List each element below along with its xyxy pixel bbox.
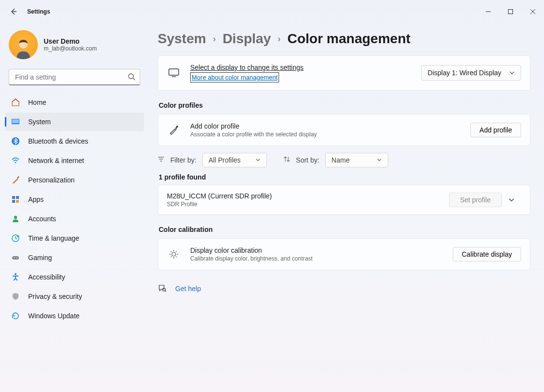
minimize-button[interactable] bbox=[477, 2, 499, 21]
profile-name: M28U_ICCM (Current SDR profile) bbox=[167, 192, 449, 200]
user-block[interactable]: User Demo m_lab@outlook.com bbox=[5, 27, 144, 67]
nav-update[interactable]: Windows Update bbox=[5, 307, 144, 325]
section-color-profiles: Color profiles bbox=[159, 101, 530, 109]
chevron-down-icon bbox=[255, 157, 261, 163]
brush-icon bbox=[11, 175, 20, 185]
clock-icon bbox=[11, 233, 20, 243]
add-profile-button[interactable]: Add profile bbox=[470, 123, 521, 137]
display-select-title: Select a display to change its settings bbox=[190, 64, 412, 71]
nav: Home System Bluetooth & devices Network … bbox=[5, 93, 144, 325]
svg-rect-14 bbox=[12, 256, 19, 260]
svg-rect-7 bbox=[12, 196, 15, 199]
svg-point-11 bbox=[14, 216, 17, 219]
profile-count: 1 profile found bbox=[159, 173, 530, 181]
filter-label: Filter by: bbox=[170, 156, 197, 164]
monitor-icon bbox=[167, 67, 181, 78]
nav-system[interactable]: System bbox=[5, 113, 144, 131]
nav-privacy[interactable]: Privacy & security bbox=[5, 287, 144, 306]
chevron-down-icon bbox=[377, 157, 382, 163]
filter-dropdown[interactable]: All Profiles bbox=[202, 153, 267, 167]
nav-home[interactable]: Home bbox=[5, 93, 144, 112]
user-email: m_lab@outlook.com bbox=[44, 45, 97, 52]
chevron-right-icon: › bbox=[278, 34, 280, 44]
wifi-icon bbox=[11, 156, 20, 165]
brightness-icon bbox=[167, 249, 181, 260]
sort-dropdown[interactable]: Name bbox=[325, 153, 388, 167]
svg-point-13 bbox=[17, 235, 19, 238]
app-title: Settings bbox=[27, 8, 50, 15]
calibration-sub: Calibrate display color, brightness, and… bbox=[190, 255, 443, 262]
calibration-title: Display color calibration bbox=[190, 246, 443, 254]
expand-toggle[interactable] bbox=[502, 196, 521, 203]
update-icon bbox=[11, 311, 20, 321]
nav-time[interactable]: Time & language bbox=[5, 229, 144, 247]
filter-icon bbox=[158, 156, 165, 164]
nav-label: Windows Update bbox=[28, 312, 80, 320]
maximize-button[interactable] bbox=[499, 2, 522, 21]
add-profile-title: Add color profile bbox=[190, 122, 461, 130]
titlebar: Settings bbox=[0, 0, 544, 23]
accessibility-icon bbox=[11, 272, 20, 282]
search-input[interactable] bbox=[9, 69, 140, 85]
display-select-card: Select a display to change its settings … bbox=[158, 55, 530, 91]
svg-point-2 bbox=[129, 74, 133, 79]
calibrate-button[interactable]: Calibrate display bbox=[453, 247, 522, 261]
arrow-left-icon bbox=[10, 8, 17, 16]
breadcrumb-system[interactable]: System bbox=[158, 31, 206, 47]
help-icon bbox=[158, 284, 166, 294]
svg-point-16 bbox=[16, 258, 17, 259]
nav-label: System bbox=[28, 118, 51, 126]
close-button[interactable] bbox=[522, 2, 544, 21]
get-help-link[interactable]: Get help bbox=[175, 285, 201, 293]
breadcrumb-current: Color management bbox=[287, 31, 411, 47]
breadcrumb-display[interactable]: Display bbox=[223, 31, 271, 47]
nav-label: Personalization bbox=[28, 176, 75, 184]
bluetooth-icon bbox=[11, 136, 20, 146]
nav-bluetooth[interactable]: Bluetooth & devices bbox=[5, 132, 144, 150]
main-content: System › Display › Color management Sele… bbox=[148, 23, 544, 392]
sidebar: User Demo m_lab@outlook.com Home System … bbox=[0, 23, 148, 392]
breadcrumb: System › Display › Color management bbox=[158, 31, 530, 47]
back-button[interactable] bbox=[4, 2, 23, 21]
add-profile-card: Add color profile Associate a color prof… bbox=[158, 114, 530, 146]
nav-label: Privacy & security bbox=[28, 293, 82, 300]
svg-point-20 bbox=[172, 252, 176, 256]
display-dropdown[interactable]: Display 1: Wired Display bbox=[421, 65, 521, 81]
nav-apps[interactable]: Apps bbox=[5, 190, 144, 209]
user-name: User Demo bbox=[44, 37, 97, 45]
nav-label: Apps bbox=[28, 196, 44, 203]
avatar bbox=[9, 30, 38, 59]
sort-value: Name bbox=[331, 156, 349, 164]
filter-value: All Profiles bbox=[209, 156, 241, 164]
shield-icon bbox=[11, 292, 20, 301]
svg-rect-18 bbox=[169, 69, 179, 75]
close-icon bbox=[530, 9, 536, 15]
section-color-calibration: Color calibration bbox=[159, 226, 530, 233]
chevron-down-icon bbox=[508, 196, 515, 203]
home-icon bbox=[11, 98, 20, 107]
set-profile-button[interactable]: Set profile bbox=[449, 193, 502, 207]
nav-personalization[interactable]: Personalization bbox=[5, 171, 144, 189]
nav-accounts[interactable]: Accounts bbox=[5, 210, 144, 228]
system-icon bbox=[11, 117, 20, 127]
chevron-down-icon bbox=[509, 70, 515, 76]
nav-label: Bluetooth & devices bbox=[28, 137, 88, 145]
nav-label: Accounts bbox=[28, 215, 56, 223]
nav-gaming[interactable]: Gaming bbox=[5, 248, 144, 267]
profile-row[interactable]: M28U_ICCM (Current SDR profile) SDR Prof… bbox=[158, 185, 530, 215]
more-about-link[interactable]: More about color management bbox=[192, 74, 278, 81]
window-controls bbox=[477, 2, 544, 21]
nav-label: Time & language bbox=[28, 234, 79, 242]
calibration-card: Display color calibration Calibrate disp… bbox=[158, 238, 530, 270]
nav-network[interactable]: Network & internet bbox=[5, 151, 144, 170]
svg-rect-10 bbox=[16, 200, 19, 203]
help-row: Get help bbox=[158, 284, 530, 294]
chevron-right-icon: › bbox=[213, 34, 216, 44]
nav-accessibility[interactable]: Accessibility bbox=[5, 268, 144, 286]
apps-icon bbox=[11, 195, 20, 204]
svg-rect-4 bbox=[12, 119, 19, 123]
nav-label: Network & internet bbox=[28, 157, 84, 164]
display-dropdown-label: Display 1: Wired Display bbox=[428, 69, 501, 77]
person-icon bbox=[11, 214, 20, 224]
svg-point-6 bbox=[15, 162, 16, 163]
